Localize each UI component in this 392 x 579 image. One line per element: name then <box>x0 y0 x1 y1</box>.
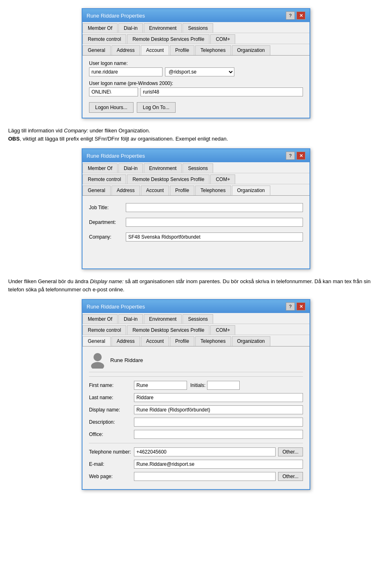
dialog2-close-button[interactable]: ✕ <box>296 152 305 160</box>
dialog2-tab-rdp[interactable]: Remote Desktop Services Profile <box>127 174 209 184</box>
dialog2-tab-member-of[interactable]: Member Of <box>82 163 118 173</box>
initials-input[interactable] <box>207 381 240 390</box>
tab-row-3: General Address Account Profile Telephon… <box>82 44 310 55</box>
department-group: Department: <box>89 218 303 227</box>
instruction1-para1: Lägg till information vid Company: under… <box>8 127 384 135</box>
logon-to-button[interactable]: Log On To... <box>137 102 176 113</box>
description-input[interactable] <box>134 418 303 427</box>
firstname-input[interactable] <box>134 381 187 390</box>
dialog2-tab-account[interactable]: Account <box>141 186 169 195</box>
firstname-label: First name: <box>89 382 134 388</box>
dialog2-tab-general[interactable]: General <box>82 186 111 195</box>
telephone-other-button[interactable]: Other... <box>278 447 303 456</box>
office-input[interactable] <box>134 430 303 439</box>
tab-row-1: Member Of Dial-in Environment Sessions <box>82 22 310 33</box>
help-button[interactable]: ? <box>286 11 295 20</box>
dialog3-tab-telephones[interactable]: Telephones <box>195 336 231 346</box>
dialog3-tab-account[interactable]: Account <box>141 336 169 346</box>
department-label: Department: <box>89 219 126 225</box>
separator1 <box>89 376 303 377</box>
telephone-label: Telephone number: <box>89 449 134 455</box>
lastname-label: Last name: <box>89 395 134 400</box>
dialog3-tab-remote-control[interactable]: Remote control <box>82 325 126 335</box>
email-label: E-mail: <box>89 461 134 467</box>
dialog3-help-button[interactable]: ? <box>286 302 295 311</box>
pre2000-group: User logon name (pre-Windows 2000): <box>89 80 303 96</box>
company-input[interactable] <box>126 232 303 241</box>
pre2000-domain-input[interactable] <box>89 87 138 96</box>
logon-name-row: @ridsport.se <box>89 67 303 76</box>
lastname-input[interactable] <box>134 393 303 402</box>
dialog3-tab-organization[interactable]: Organization <box>232 336 270 346</box>
email-input[interactable] <box>134 460 303 469</box>
dialog1-title-buttons: ? ✕ <box>286 11 305 20</box>
tab-profile[interactable]: Profile <box>170 45 194 55</box>
dialog2-tab-organization[interactable]: Organization <box>232 186 270 195</box>
tab-account[interactable]: Account <box>141 45 169 55</box>
dialog3-tab-rdp[interactable]: Remote Desktop Services Profile <box>127 325 209 335</box>
dialog2-tab-telephones[interactable]: Telephones <box>195 186 231 195</box>
domain-select[interactable]: @ridsport.se <box>165 67 234 76</box>
dialog2-tab-address[interactable]: Address <box>111 186 140 195</box>
svg-point-0 <box>94 353 102 361</box>
tab-environment[interactable]: Environment <box>144 23 182 33</box>
dialog2-tab-sessions[interactable]: Sessions <box>183 163 213 173</box>
logon-hours-button[interactable]: Logon Hours... <box>89 102 134 113</box>
svg-point-1 <box>91 362 104 369</box>
job-title-group: Job Title: <box>89 203 303 212</box>
dialog3: Rune Riddare Properties ? ✕ Member Of Di… <box>82 299 310 490</box>
displayname-input[interactable] <box>134 405 303 414</box>
tab-organization[interactable]: Organization <box>232 45 270 55</box>
tab-row-2: Remote control Remote Desktop Services P… <box>82 33 310 44</box>
dialog3-tab-member-of[interactable]: Member Of <box>82 314 118 324</box>
close-button[interactable]: ✕ <box>296 11 305 20</box>
tab-general[interactable]: General <box>82 45 111 55</box>
dialog2-tab-profile[interactable]: Profile <box>170 186 194 195</box>
dialog3-content: Rune Riddare First name: Initials: Last … <box>82 347 310 489</box>
dialog3-tab-general[interactable]: General <box>82 336 111 346</box>
tab-member-of[interactable]: Member Of <box>82 23 118 33</box>
dialog2-tab-dial-in[interactable]: Dial-in <box>118 163 143 173</box>
dialog2-tab-com[interactable]: COM+ <box>210 174 235 184</box>
pre2000-user-input[interactable] <box>140 87 303 96</box>
logon-name-input[interactable] <box>89 67 163 76</box>
dialog3-tab-environment[interactable]: Environment <box>144 314 182 324</box>
dialog3-tab-profile[interactable]: Profile <box>170 336 194 346</box>
dialog2-tab-remote-control[interactable]: Remote control <box>82 174 126 184</box>
tab-remote-control[interactable]: Remote control <box>82 34 126 44</box>
tab-com[interactable]: COM+ <box>210 34 235 44</box>
description-row: Description: <box>89 418 303 427</box>
tab-rdp[interactable]: Remote Desktop Services Profile <box>127 34 209 44</box>
account-btn-row: Logon Hours... Log On To... <box>89 102 303 113</box>
logon-name-group: User logon name: @ridsport.se <box>89 60 303 76</box>
description-label: Description: <box>89 419 134 425</box>
dialog2-help-button[interactable]: ? <box>286 152 295 160</box>
dialog3-close-button[interactable]: ✕ <box>296 302 305 311</box>
dialog2-tab-row-3: General Address Account Profile Telephon… <box>82 184 310 195</box>
instruction1-text2: under fliken Organization. <box>88 127 150 134</box>
company-label: Company: <box>89 234 126 240</box>
dialog3-tab-address[interactable]: Address <box>111 336 140 346</box>
dialog2-tab-environment[interactable]: Environment <box>144 163 182 173</box>
initials-group: Initials: <box>190 381 240 390</box>
dialog2-tab-row-2: Remote control Remote Desktop Services P… <box>82 173 310 184</box>
dialog3-tab-sessions[interactable]: Sessions <box>183 314 213 324</box>
instruction1: Lägg till information vid Company: under… <box>8 127 384 143</box>
firstname-row: First name: Initials: <box>89 381 303 390</box>
tab-telephones[interactable]: Telephones <box>195 45 231 55</box>
dialog3-tab-row-3: General Address Account Profile Telephon… <box>82 335 310 346</box>
displayname-row: Display name: <box>89 405 303 414</box>
instruction2-para: Under fliken General bör du ändra Displa… <box>8 277 384 293</box>
department-input[interactable] <box>126 218 303 227</box>
dialog3-tab-com[interactable]: COM+ <box>210 325 235 335</box>
job-title-input[interactable] <box>126 203 303 212</box>
telephone-input[interactable] <box>134 447 276 456</box>
tab-sessions[interactable]: Sessions <box>183 23 213 33</box>
dialog3-tab-dial-in[interactable]: Dial-in <box>118 314 143 324</box>
tab-dial-in[interactable]: Dial-in <box>118 23 143 33</box>
webpage-other-button[interactable]: Other... <box>278 472 303 481</box>
dialog1-content: User logon name: @ridsport.se User logon… <box>82 56 310 118</box>
tab-address[interactable]: Address <box>111 45 140 55</box>
instruction2: Under fliken General bör du ändra Displa… <box>8 277 384 293</box>
webpage-input[interactable] <box>134 472 276 481</box>
